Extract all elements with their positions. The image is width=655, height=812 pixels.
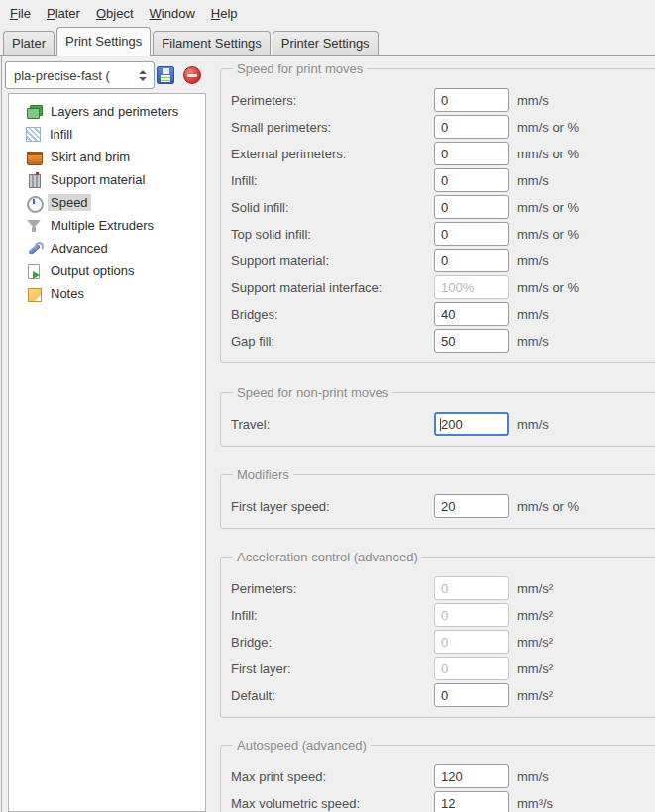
sidebar-item-label: Support material xyxy=(48,171,148,188)
tab-bar: PlaterPrint SettingsFilament SettingsPri… xyxy=(0,26,655,56)
group-legend: Speed for print moves xyxy=(233,61,367,76)
group-legend: Speed for non-print moves xyxy=(233,385,392,400)
field-label: External perimeters: xyxy=(231,147,434,161)
input-bridges[interactable] xyxy=(434,302,509,326)
sidebar-item-label: Multiple Extruders xyxy=(48,217,157,234)
sidebar-item-label: Output options xyxy=(48,262,138,279)
input-default[interactable] xyxy=(434,683,509,707)
menu-item-object[interactable]: Object xyxy=(88,3,142,24)
field-label: Solid infill: xyxy=(231,200,434,215)
setting-row-infill: Infill:mm/s² xyxy=(231,603,655,627)
field-label: Perimeters: xyxy=(231,581,434,596)
setting-row-support-material: Support material:mm/s xyxy=(231,249,655,272)
settings-tree: Layers and perimetersInfillSkirt and bri… xyxy=(8,93,206,812)
menu-item-window[interactable]: Window xyxy=(142,3,203,24)
output-icon xyxy=(26,263,42,279)
unit-label: mm/s² xyxy=(517,688,553,703)
menu-mnemonic: W xyxy=(150,6,162,21)
notes-icon xyxy=(26,286,42,302)
field-label: Travel: xyxy=(231,417,434,432)
sidebar-item-skirt-and-brim[interactable]: Skirt and brim xyxy=(9,146,205,168)
preset-combobox[interactable]: pla-precise-fast ( xyxy=(5,61,155,89)
tab-filament-settings[interactable]: Filament Settings xyxy=(153,31,270,55)
unit-label: mm³/s xyxy=(517,796,553,811)
infill-icon xyxy=(26,127,41,142)
group-legend: Autospeed (advanced) xyxy=(233,738,371,753)
input-max-print-speed[interactable] xyxy=(434,764,509,788)
setting-row-gap-fill: Gap fill:mm/s xyxy=(231,329,655,353)
sidebar-item-support-material[interactable]: Support material xyxy=(9,168,205,191)
sidebar-item-advanced[interactable]: Advanced xyxy=(9,237,205,259)
group-speed-for-print-moves: Speed for print movesPerimeters:mm/sSmal… xyxy=(220,61,655,363)
field-label: First layer speed: xyxy=(231,499,434,514)
setting-row-infill: Infill:mm/s xyxy=(231,168,655,192)
field-label: Top solid infill: xyxy=(231,227,434,242)
field-label: Bridges: xyxy=(231,307,434,322)
input-bridge[interactable] xyxy=(434,630,509,654)
save-preset-button[interactable] xyxy=(157,66,174,84)
field-label: Default: xyxy=(231,688,434,703)
extruders-icon xyxy=(26,218,42,234)
sidebar-item-notes[interactable]: Notes xyxy=(9,282,205,305)
field-label: Infill: xyxy=(231,608,434,623)
unit-label: mm/s or % xyxy=(517,200,579,215)
setting-row-max-print-speed: Max print speed:mm/s xyxy=(231,764,655,788)
layers-icon xyxy=(26,104,42,120)
input-support-material-interface[interactable] xyxy=(434,275,509,299)
delete-preset-button[interactable] xyxy=(183,66,201,84)
setting-row-perimeters: Perimeters:mm/s² xyxy=(231,576,655,600)
sidebar-item-label: Skirt and brim xyxy=(48,149,133,165)
sidebar-item-label: Infill xyxy=(47,126,75,143)
input-infill[interactable] xyxy=(434,603,509,627)
setting-row-small-perimeters: Small perimeters:mm/s or % xyxy=(231,115,655,139)
input-first-layer[interactable] xyxy=(434,657,509,680)
spinner-down-icon[interactable] xyxy=(139,77,147,81)
sidebar-item-infill[interactable]: Infill xyxy=(9,123,205,146)
menu-mnemonic: H xyxy=(211,6,220,21)
setting-row-first-layer-speed: First layer speed:mm/s or % xyxy=(231,494,655,518)
input-solid-infill[interactable] xyxy=(434,195,509,219)
unit-label: mm/s² xyxy=(517,661,553,676)
sidebar-item-output-options[interactable]: Output options xyxy=(9,259,205,282)
setting-row-support-material-interface: Support material interface:mm/s or % xyxy=(231,275,655,299)
sidebar-item-multiple-extruders[interactable]: Multiple Extruders xyxy=(9,214,205,237)
spinner-arrows-icon[interactable] xyxy=(132,70,154,81)
menu-label: ile xyxy=(18,6,31,21)
input-gap-fill[interactable] xyxy=(434,329,509,353)
setting-row-first-layer: First layer:mm/s² xyxy=(231,657,655,680)
group-legend: Modifiers xyxy=(233,467,293,482)
sidebar-item-label: Notes xyxy=(48,285,87,302)
input-small-perimeters[interactable] xyxy=(434,115,509,139)
sidebar-item-layers-and-perimeters[interactable]: Layers and perimeters xyxy=(9,100,205,123)
input-support-material[interactable] xyxy=(434,249,509,272)
unit-label: mm/s or % xyxy=(517,499,579,514)
tab-plater[interactable]: Plater xyxy=(3,31,55,55)
input-travel[interactable] xyxy=(434,412,509,436)
sidebar-item-speed[interactable]: Speed xyxy=(9,191,205,214)
input-external-perimeters[interactable] xyxy=(434,142,509,165)
group-speed-for-non-print-moves: Speed for non-print movesTravel:mm/s xyxy=(220,385,655,447)
input-max-volumetric-speed[interactable] xyxy=(434,791,509,812)
preset-row: pla-precise-fast ( xyxy=(5,61,155,89)
preset-value: pla-precise-fast ( xyxy=(14,68,132,83)
unit-label: mm/s xyxy=(517,254,549,268)
input-perimeters[interactable] xyxy=(434,88,509,112)
unit-label: mm/s² xyxy=(517,635,553,650)
input-top-solid-infill[interactable] xyxy=(434,222,509,246)
menu-item-file[interactable]: File xyxy=(2,3,39,24)
field-label: Small perimeters: xyxy=(231,120,434,135)
input-perimeters[interactable] xyxy=(434,576,509,600)
menu-item-plater[interactable]: Plater xyxy=(39,3,88,24)
spinner-up-icon[interactable] xyxy=(139,70,147,74)
setting-row-default: Default:mm/s² xyxy=(231,683,655,707)
field-label: Perimeters: xyxy=(231,93,434,108)
unit-label: mm/s² xyxy=(517,581,553,596)
input-infill[interactable] xyxy=(434,168,509,192)
tab-print-settings[interactable]: Print Settings xyxy=(56,27,151,56)
sidebar-item-label: Speed xyxy=(48,194,91,211)
field-label: First layer: xyxy=(231,661,434,676)
tab-printer-settings[interactable]: Printer Settings xyxy=(273,31,379,55)
input-first-layer-speed[interactable] xyxy=(434,494,509,518)
setting-row-travel: Travel:mm/s xyxy=(231,412,655,436)
menu-item-help[interactable]: Help xyxy=(203,3,246,24)
